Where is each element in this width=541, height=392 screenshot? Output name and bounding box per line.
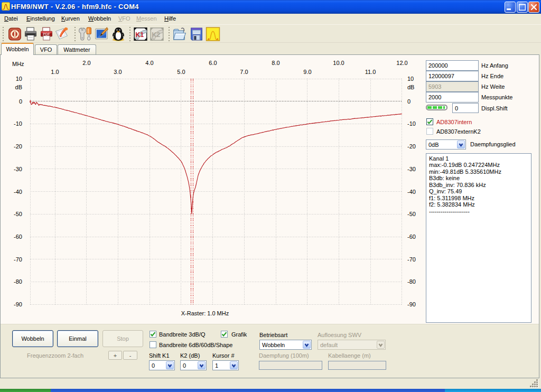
svg-text:-30: -30 xyxy=(14,166,22,172)
svg-text:2.0: 2.0 xyxy=(82,60,90,66)
svg-text:-80: -80 xyxy=(407,278,416,285)
svg-text:7.0: 7.0 xyxy=(240,69,248,75)
svg-text:-80: -80 xyxy=(14,278,22,285)
svg-text:4.0: 4.0 xyxy=(145,60,153,66)
svg-text:10.0: 10.0 xyxy=(333,60,344,66)
svg-text:6.0: 6.0 xyxy=(209,60,217,66)
svg-text:-20: -20 xyxy=(14,143,22,150)
svg-text:-50: -50 xyxy=(407,211,416,217)
svg-text:10: 10 xyxy=(16,76,22,82)
svg-text:-20: -20 xyxy=(407,143,416,150)
svg-text:10: 10 xyxy=(407,76,414,82)
svg-text:dB: dB xyxy=(407,84,414,90)
svg-text:-40: -40 xyxy=(407,189,416,195)
svg-text:-90: -90 xyxy=(14,301,22,307)
svg-text:-30: -30 xyxy=(407,166,416,172)
svg-text:5.0: 5.0 xyxy=(177,69,185,75)
svg-text:-10: -10 xyxy=(14,120,22,127)
svg-text:-50: -50 xyxy=(14,211,22,217)
svg-text:1.0: 1.0 xyxy=(51,69,59,75)
svg-text:-70: -70 xyxy=(407,256,416,263)
svg-text:-10: -10 xyxy=(407,120,416,127)
svg-text:PDF: PDF xyxy=(43,32,50,36)
svg-text:X-Raster: 1.0 MHz: X-Raster: 1.0 MHz xyxy=(181,310,229,316)
svg-text:0: 0 xyxy=(407,98,411,105)
svg-text:K1: K1 xyxy=(135,31,144,39)
svg-text:3.0: 3.0 xyxy=(114,69,122,75)
svg-text:11.0: 11.0 xyxy=(365,69,376,75)
svg-text:-70: -70 xyxy=(14,256,22,263)
svg-text:-90: -90 xyxy=(407,301,416,307)
svg-text:12.0: 12.0 xyxy=(396,60,407,66)
svg-text:dB: dB xyxy=(15,84,22,90)
svg-text:-60: -60 xyxy=(407,234,416,240)
svg-text:-40: -40 xyxy=(14,189,22,195)
svg-text:MHz: MHz xyxy=(12,61,24,67)
svg-text:9.0: 9.0 xyxy=(303,69,311,75)
svg-text:-60: -60 xyxy=(14,234,22,240)
svg-text:8.0: 8.0 xyxy=(272,60,279,66)
svg-text:K2: K2 xyxy=(152,31,160,39)
svg-text:0: 0 xyxy=(19,98,22,105)
